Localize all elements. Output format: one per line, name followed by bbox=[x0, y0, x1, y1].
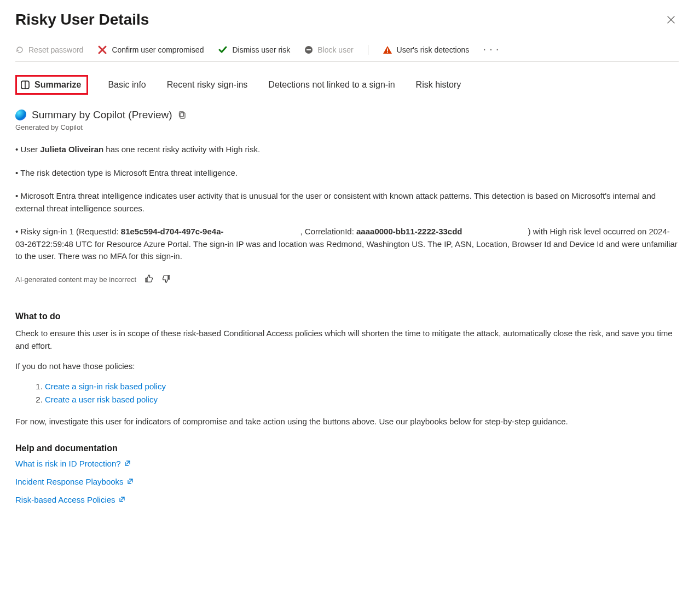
help-link-risk-based-policies[interactable]: Risk-based Access Policies bbox=[15, 495, 125, 504]
tab-summarize-label: Summarize bbox=[34, 80, 81, 90]
summary-b4-correlationid: aaaa0000-bb11-2222-33cdd bbox=[356, 227, 462, 236]
dismiss-risk-label: Dismiss user risk bbox=[232, 45, 290, 54]
toolbar-divider bbox=[368, 45, 368, 55]
external-link-icon bbox=[124, 460, 131, 467]
reset-password-label: Reset password bbox=[28, 45, 83, 54]
refresh-icon bbox=[15, 45, 24, 54]
block-icon bbox=[304, 45, 313, 54]
tab-recent-signins-label: Recent risky sign-ins bbox=[167, 80, 248, 90]
help-link-what-is-risk[interactable]: What is risk in ID Protection? bbox=[15, 459, 131, 468]
risk-detections-button[interactable]: User's risk detections bbox=[383, 45, 470, 55]
what-to-do-p2: If you do not have those policies: bbox=[15, 360, 679, 372]
close-icon bbox=[667, 15, 675, 24]
x-red-icon bbox=[97, 45, 107, 55]
help-link-3-label: Risk-based Access Policies bbox=[15, 495, 115, 504]
check-green-icon bbox=[218, 45, 228, 55]
summary-bullet-1: • User Julieta Oliveiran has one recent … bbox=[15, 143, 679, 156]
summary-b4-b: , CorrelationId: bbox=[300, 227, 356, 236]
confirm-compromised-label: Confirm user compromised bbox=[112, 45, 204, 54]
summary-b1-suffix: has one recent risky activity with High … bbox=[103, 145, 260, 154]
tab-basic-info[interactable]: Basic info bbox=[107, 75, 147, 95]
help-heading: Help and documentation bbox=[15, 444, 679, 453]
dismiss-risk-button[interactable]: Dismiss user risk bbox=[218, 45, 290, 55]
tab-risk-history-label: Risk history bbox=[416, 80, 461, 90]
copilot-logo-icon bbox=[15, 110, 27, 120]
tab-recent-signins[interactable]: Recent risky sign-ins bbox=[166, 75, 249, 95]
policy-list: Create a sign-in risk based policy Creat… bbox=[45, 380, 679, 406]
summary-b4-a: • Risky sign-in 1 (RequestId: bbox=[15, 227, 121, 236]
tab-summarize[interactable]: Summarize bbox=[15, 75, 88, 95]
help-link-incident-playbooks[interactable]: Incident Response Playbooks bbox=[15, 477, 134, 486]
page-title: Risky User Details bbox=[15, 11, 149, 28]
ai-disclaimer-text: AI-generated content may be incorrect bbox=[15, 275, 136, 284]
block-user-label: Block user bbox=[317, 45, 353, 54]
warning-icon bbox=[383, 45, 392, 55]
what-to-do-p3: For now, investigate this user for indic… bbox=[15, 415, 679, 428]
tab-detections-no-signin[interactable]: Detections not linked to a sign-in bbox=[267, 75, 396, 95]
policy-list-item-1: Create a sign-in risk based policy bbox=[45, 380, 679, 393]
summary-bullet-2: • The risk detection type is Microsoft E… bbox=[15, 167, 679, 180]
svg-rect-2 bbox=[387, 49, 388, 51]
thumbs-up-button[interactable] bbox=[144, 274, 154, 285]
svg-rect-1 bbox=[306, 49, 311, 50]
risk-detections-label: User's risk detections bbox=[397, 45, 470, 54]
policy-list-item-2: Create a user risk based policy bbox=[45, 393, 679, 406]
help-link-1-label: What is risk in ID Protection? bbox=[15, 459, 121, 468]
copy-icon bbox=[178, 111, 187, 119]
tab-detections-no-signin-label: Detections not linked to a sign-in bbox=[268, 80, 395, 90]
what-to-do-heading: What to do bbox=[15, 312, 679, 321]
summarize-icon bbox=[20, 80, 30, 90]
action-toolbar: Reset password Confirm user compromised … bbox=[15, 45, 679, 62]
copilot-subheading: Generated by Copilot bbox=[15, 123, 679, 131]
close-button[interactable] bbox=[663, 12, 679, 27]
summary-b1-prefix: • User bbox=[15, 145, 40, 154]
help-link-2-label: Incident Response Playbooks bbox=[15, 477, 124, 486]
confirm-compromised-button[interactable]: Confirm user compromised bbox=[97, 45, 204, 55]
summary-b4-requestid: 81e5c594-d704-497c-9e4a- bbox=[121, 227, 224, 236]
thumbs-down-button[interactable] bbox=[161, 274, 171, 285]
what-to-do-p1: Check to ensure this user is in scope of… bbox=[15, 327, 679, 353]
thumbs-down-icon bbox=[161, 274, 171, 284]
reset-password-button[interactable]: Reset password bbox=[15, 45, 83, 54]
copilot-summary: • User Julieta Oliveiran has one recent … bbox=[15, 143, 679, 263]
create-user-risk-policy-link[interactable]: Create a user risk based policy bbox=[45, 395, 158, 404]
svg-rect-3 bbox=[387, 52, 388, 53]
summary-b1-user: Julieta Oliveiran bbox=[40, 145, 103, 154]
more-actions-button[interactable]: · · · bbox=[483, 45, 499, 54]
block-user-button[interactable]: Block user bbox=[304, 45, 353, 54]
summary-bullet-3: • Microsoft Entra threat intelligence in… bbox=[15, 190, 679, 215]
external-link-icon bbox=[119, 496, 125, 503]
tab-basic-info-label: Basic info bbox=[108, 80, 146, 90]
copy-summary-button[interactable] bbox=[178, 111, 187, 119]
svg-rect-5 bbox=[180, 113, 185, 118]
tab-risk-history[interactable]: Risk history bbox=[415, 75, 462, 95]
external-link-icon bbox=[127, 478, 134, 485]
create-signin-risk-policy-link[interactable]: Create a sign-in risk based policy bbox=[45, 382, 166, 391]
tabs-bar: Summarize Basic info Recent risky sign-i… bbox=[15, 75, 679, 95]
copilot-heading-text: Summary by Copilot (Preview) bbox=[32, 109, 172, 121]
ellipsis-icon: · · · bbox=[483, 45, 499, 54]
summary-bullet-4: • Risky sign-in 1 (RequestId: 81e5c594-d… bbox=[15, 226, 679, 263]
thumbs-up-icon bbox=[144, 274, 154, 284]
